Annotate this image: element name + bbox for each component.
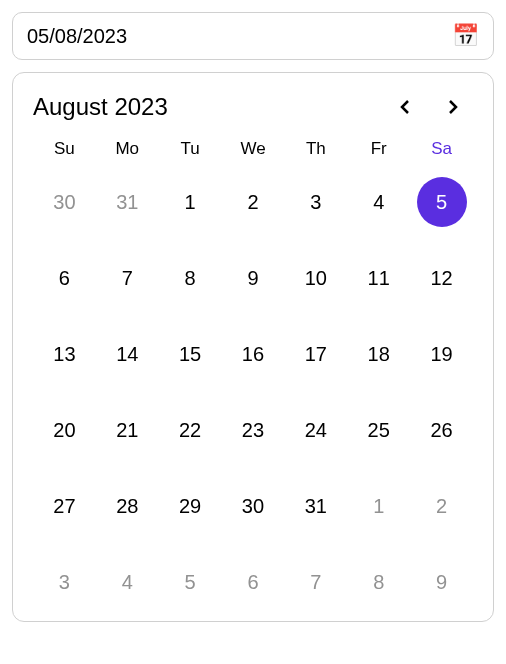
day-cell[interactable]: 7 (96, 253, 159, 303)
day-cell[interactable]: 20 (33, 405, 96, 455)
chevron-right-icon (446, 100, 460, 114)
day-cell[interactable]: 18 (347, 329, 410, 379)
day-cell[interactable]: 19 (410, 329, 473, 379)
chevron-left-icon (398, 100, 412, 114)
date-input[interactable]: 05/08/2023 📅 (12, 12, 494, 60)
day-cell-outside[interactable]: 31 (96, 177, 159, 227)
day-cell[interactable]: 13 (33, 329, 96, 379)
day-cell[interactable]: 4 (347, 177, 410, 227)
calendar-panel: August 2023 SuMoTuWeThFrSa 3031123456789… (12, 72, 494, 622)
prev-month-button[interactable] (393, 95, 417, 119)
days-grid: 3031123456789101112131415161718192021222… (33, 177, 473, 607)
day-cell[interactable]: 21 (96, 405, 159, 455)
month-title: August 2023 (33, 93, 168, 121)
day-cell[interactable]: 23 (222, 405, 285, 455)
day-cell[interactable]: 29 (159, 481, 222, 531)
day-cell-outside[interactable]: 8 (347, 557, 410, 607)
day-cell[interactable]: 8 (159, 253, 222, 303)
date-input-value: 05/08/2023 (27, 25, 127, 48)
day-cell-selected[interactable]: 5 (410, 177, 473, 227)
weekday-label: Fr (347, 139, 410, 159)
day-cell-outside[interactable]: 9 (410, 557, 473, 607)
day-cell[interactable]: 16 (222, 329, 285, 379)
weekday-row: SuMoTuWeThFrSa (33, 139, 473, 159)
day-cell[interactable]: 27 (33, 481, 96, 531)
day-cell-outside[interactable]: 4 (96, 557, 159, 607)
day-cell[interactable]: 28 (96, 481, 159, 531)
day-cell[interactable]: 24 (284, 405, 347, 455)
weekday-label: Th (284, 139, 347, 159)
day-cell[interactable]: 15 (159, 329, 222, 379)
day-cell[interactable]: 12 (410, 253, 473, 303)
weekday-label: Su (33, 139, 96, 159)
day-cell-outside[interactable]: 2 (410, 481, 473, 531)
weekday-label: We (222, 139, 285, 159)
weekday-label: Tu (159, 139, 222, 159)
weekday-label: Mo (96, 139, 159, 159)
day-cell-outside[interactable]: 5 (159, 557, 222, 607)
day-cell[interactable]: 14 (96, 329, 159, 379)
day-cell[interactable]: 1 (159, 177, 222, 227)
day-cell[interactable]: 22 (159, 405, 222, 455)
nav-arrows (393, 95, 473, 119)
day-cell-outside[interactable]: 3 (33, 557, 96, 607)
day-cell[interactable]: 10 (284, 253, 347, 303)
day-cell[interactable]: 6 (33, 253, 96, 303)
day-cell[interactable]: 2 (222, 177, 285, 227)
day-cell[interactable]: 3 (284, 177, 347, 227)
day-cell[interactable]: 25 (347, 405, 410, 455)
day-cell[interactable]: 9 (222, 253, 285, 303)
day-cell-outside[interactable]: 7 (284, 557, 347, 607)
day-cell[interactable]: 11 (347, 253, 410, 303)
next-month-button[interactable] (441, 95, 465, 119)
day-cell-outside[interactable]: 30 (33, 177, 96, 227)
weekday-label: Sa (410, 139, 473, 159)
day-cell[interactable]: 26 (410, 405, 473, 455)
calendar-header: August 2023 (33, 93, 473, 121)
day-cell-outside[interactable]: 6 (222, 557, 285, 607)
day-cell[interactable]: 17 (284, 329, 347, 379)
day-cell[interactable]: 30 (222, 481, 285, 531)
day-cell[interactable]: 31 (284, 481, 347, 531)
calendar-icon[interactable]: 📅 (452, 23, 479, 49)
day-cell-outside[interactable]: 1 (347, 481, 410, 531)
